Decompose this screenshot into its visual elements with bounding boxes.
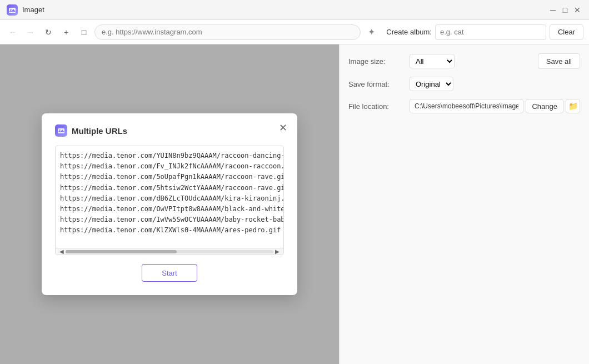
title-bar: Imaget ─ □ ✕ — [0, 0, 589, 20]
change-button[interactable]: Change — [526, 99, 563, 113]
image-size-label: Image size: — [348, 57, 410, 66]
svg-rect-4 — [58, 128, 64, 133]
save-format-select[interactable]: Original JPG PNG WebP — [410, 77, 453, 91]
url-textarea[interactable] — [56, 146, 283, 246]
address-icon: □ — [82, 28, 86, 37]
app-title: Imaget — [22, 6, 44, 14]
album-input[interactable] — [435, 24, 546, 40]
multiple-urls-modal: Multiple URLs ✕ ◀ ▶ Start — [42, 113, 297, 295]
scrollbar-track[interactable] — [66, 250, 273, 253]
back-button[interactable]: ← — [6, 25, 20, 39]
nav-bar: ← → ↻ + □ ✦ Create album: Clear — [0, 20, 589, 44]
main-content: Multiple URLs ✕ ◀ ▶ Start — [0, 44, 589, 364]
modal-close-button[interactable]: ✕ — [276, 121, 289, 134]
new-tab-icon: + — [64, 28, 68, 37]
url-textarea-container: ◀ ▶ — [55, 146, 284, 255]
back-icon: ← — [9, 28, 17, 37]
url-input[interactable] — [94, 24, 361, 40]
modal-footer: Start — [55, 264, 284, 282]
close-button[interactable]: ✕ — [572, 5, 582, 15]
svg-point-1 — [10, 8, 12, 10]
svg-point-5 — [59, 129, 61, 131]
create-album-label: Create album: — [386, 28, 432, 36]
folder-icon: 📁 — [568, 102, 578, 111]
refresh-button[interactable]: ↻ — [41, 25, 56, 39]
save-format-label: Save format: — [348, 80, 410, 88]
clear-button[interactable]: Clear — [550, 24, 583, 40]
file-location-input[interactable] — [410, 99, 523, 113]
app-icon — [7, 4, 18, 16]
minimize-button[interactable]: ─ — [548, 5, 558, 15]
save-all-button[interactable]: Save all — [538, 53, 580, 69]
save-format-row: Save format: Original JPG PNG WebP — [348, 77, 580, 91]
horizontal-scrollbar[interactable]: ◀ ▶ — [56, 248, 283, 255]
maximize-button[interactable]: □ — [560, 5, 570, 15]
svg-rect-0 — [9, 8, 16, 13]
forward-icon: → — [27, 28, 34, 37]
address-button[interactable]: □ — [77, 25, 91, 39]
modal-overlay: Multiple URLs ✕ ◀ ▶ Start — [0, 44, 339, 364]
magic-button[interactable]: ✦ — [364, 25, 378, 39]
folder-button[interactable]: 📁 — [566, 99, 580, 113]
modal-close-icon: ✕ — [279, 122, 287, 134]
window-controls: ─ □ ✕ — [548, 5, 582, 15]
scroll-left-icon[interactable]: ◀ — [58, 248, 66, 255]
start-button[interactable]: Start — [142, 264, 197, 282]
new-tab-button[interactable]: + — [59, 25, 73, 39]
magic-icon: ✦ — [368, 27, 375, 37]
settings-panel: Image size: All Small Medium Large Save … — [339, 44, 589, 364]
modal-header: Multiple URLs — [55, 124, 284, 137]
scroll-right-icon[interactable]: ▶ — [273, 248, 281, 255]
create-album-section: Create album: Clear — [386, 24, 583, 40]
browser-panel: Multiple URLs ✕ ◀ ▶ Start — [0, 44, 339, 364]
refresh-icon: ↻ — [45, 28, 52, 37]
forward-button[interactable]: → — [23, 25, 38, 39]
image-size-select[interactable]: All Small Medium Large — [410, 54, 455, 68]
scrollbar-thumb[interactable] — [66, 250, 177, 253]
file-location-label: File location: — [348, 102, 410, 111]
file-location-row: File location: Change 📁 — [348, 99, 580, 113]
title-bar-left: Imaget — [7, 4, 44, 16]
modal-title: Multiple URLs — [72, 126, 127, 136]
modal-app-icon — [55, 124, 67, 137]
image-size-row: Image size: All Small Medium Large Save … — [348, 53, 580, 69]
